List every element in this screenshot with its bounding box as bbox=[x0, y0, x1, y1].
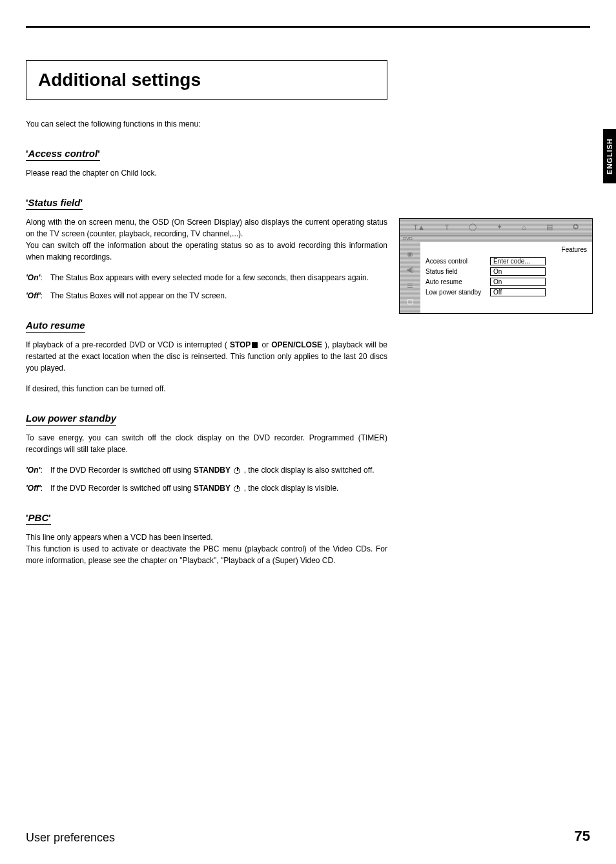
osd-top-icon: T▲ bbox=[413, 223, 425, 231]
footer: User preferences 75 bbox=[26, 828, 590, 845]
page-title: Additional settings bbox=[38, 70, 375, 90]
osd-heading: Features bbox=[426, 246, 587, 253]
section-auto-resume: Auto resume If playback of a pre-recorde… bbox=[26, 320, 387, 395]
low-power-body: To save energy, you can switch off the c… bbox=[26, 432, 387, 455]
low-power-on-row: 'On': If the DVD Recorder is switched of… bbox=[26, 464, 387, 476]
osd-top-icon: ▤ bbox=[546, 223, 553, 231]
standby-icon bbox=[234, 468, 240, 474]
top-rule bbox=[26, 26, 590, 28]
low-power-off-row: 'Off': If the DVD Recorder is switched o… bbox=[26, 482, 387, 494]
osd-row: Auto resume On bbox=[426, 278, 587, 286]
heading-auto-resume: Auto resume bbox=[26, 320, 85, 333]
pbc-body: This line only appears when a VCD has be… bbox=[26, 531, 387, 566]
osd-side-icon: ☰ bbox=[407, 282, 413, 290]
language-tab: ENGLISH bbox=[603, 129, 616, 183]
osd-dvd-label: DVD bbox=[400, 236, 592, 242]
heading-access-control: 'Access control' bbox=[26, 148, 100, 161]
footer-page-number: 75 bbox=[575, 828, 590, 845]
title-box: Additional settings bbox=[26, 60, 387, 100]
intro-text: You can select the following functions i… bbox=[26, 119, 387, 129]
osd-top-icon: ◯ bbox=[469, 223, 477, 231]
osd-row: Low power standby Off bbox=[426, 288, 587, 296]
osd-top-icon: ✪ bbox=[573, 223, 579, 231]
osd-top-icon: T bbox=[445, 223, 449, 231]
footer-section-title: User preferences bbox=[26, 831, 115, 845]
heading-status-field: 'Status field' bbox=[26, 197, 83, 210]
section-access-control: 'Access control' Please read the chapter… bbox=[26, 148, 387, 179]
section-pbc: 'PBC' This line only appears when a VCD … bbox=[26, 512, 387, 566]
osd-side-icon: ◉ bbox=[407, 250, 413, 258]
osd-row: Access control Enter code... bbox=[426, 257, 587, 265]
osd-top-bar: T▲ T ◯ ✦ ⌂ ▤ ✪ bbox=[400, 219, 592, 236]
osd-preview: T▲ T ◯ ✦ ⌂ ▤ ✪ DVD ◉ ◀) ☰ ▢ Features Acc… bbox=[399, 218, 593, 314]
osd-side-icon: ◀) bbox=[406, 265, 414, 274]
status-off-row: 'Off': The Status Boxes will not appear … bbox=[26, 290, 387, 302]
osd-sidebar: ◉ ◀) ☰ ▢ bbox=[400, 242, 420, 313]
status-on-row: 'On': The Status Box appears with every … bbox=[26, 272, 387, 283]
osd-top-icon: ⌂ bbox=[522, 223, 527, 231]
access-control-body: Please read the chapter on Child lock. bbox=[26, 167, 387, 179]
standby-icon bbox=[234, 486, 240, 492]
section-low-power: Low power standby To save energy, you ca… bbox=[26, 413, 387, 494]
auto-resume-note: If desired, this function can be turned … bbox=[26, 383, 387, 395]
osd-top-icon: ✦ bbox=[497, 223, 502, 231]
osd-row: Status field On bbox=[426, 267, 587, 276]
status-field-body: Along with the on screen menu, the OSD (… bbox=[26, 216, 387, 263]
auto-resume-body: If playback of a pre-recorded DVD or VCD… bbox=[26, 339, 387, 374]
stop-icon bbox=[252, 342, 258, 348]
content-column: Additional settings You can select the f… bbox=[26, 60, 387, 566]
section-status-field: 'Status field' Along with the on screen … bbox=[26, 197, 387, 302]
osd-main: Features Access control Enter code... St… bbox=[420, 242, 592, 313]
heading-pbc: 'PBC' bbox=[26, 512, 51, 525]
heading-low-power: Low power standby bbox=[26, 413, 116, 426]
osd-side-icon-selected: ▢ bbox=[407, 297, 413, 305]
